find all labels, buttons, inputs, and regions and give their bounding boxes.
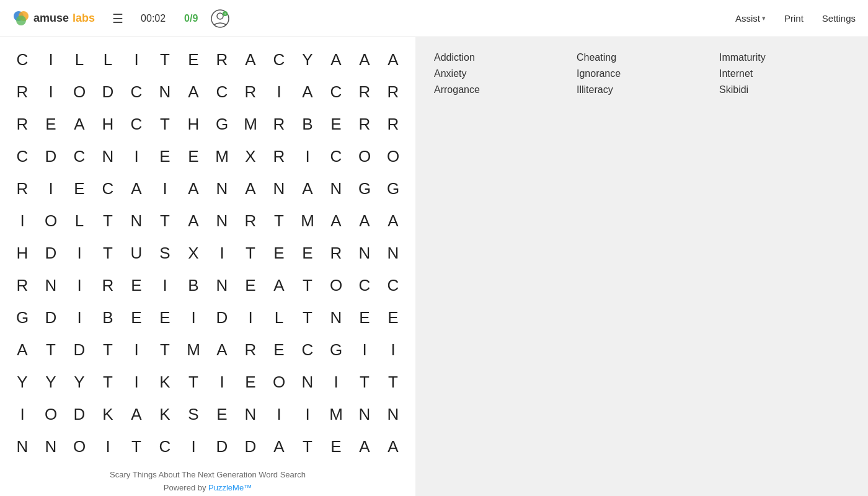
grid-cell-10-7[interactable]: I (208, 366, 236, 398)
grid-cell-11-0[interactable]: I (8, 398, 37, 430)
grid-cell-5-8[interactable]: R (236, 205, 265, 237)
grid-cell-1-3[interactable]: D (94, 76, 122, 108)
grid-cell-0-2[interactable]: L (65, 43, 94, 76)
menu-button[interactable]: ☰ (107, 9, 128, 29)
grid-cell-0-0[interactable]: C (8, 43, 37, 76)
grid-cell-11-9[interactable]: I (265, 398, 293, 430)
grid-cell-4-7[interactable]: N (208, 172, 236, 205)
grid-cell-9-4[interactable]: I (122, 334, 151, 366)
grid-cell-12-13[interactable]: A (379, 430, 407, 463)
grid-cell-4-11[interactable]: N (322, 172, 350, 205)
grid-cell-11-13[interactable]: N (379, 398, 407, 430)
grid-cell-8-8[interactable]: I (236, 301, 265, 334)
grid-cell-0-10[interactable]: Y (293, 43, 322, 76)
assist-button[interactable]: Assist ▾ (735, 13, 766, 24)
grid-cell-0-12[interactable]: A (350, 43, 379, 76)
grid-cell-2-4[interactable]: C (122, 108, 151, 140)
grid-cell-4-1[interactable]: I (37, 172, 65, 205)
grid-cell-8-12[interactable]: E (350, 301, 379, 334)
word-item[interactable]: Cheating (577, 50, 707, 66)
grid-cell-8-9[interactable]: L (265, 301, 293, 334)
grid-cell-3-10[interactable]: I (293, 140, 322, 172)
grid-cell-1-0[interactable]: R (8, 76, 37, 108)
grid-cell-12-1[interactable]: N (37, 430, 65, 463)
grid-cell-8-10[interactable]: T (293, 301, 322, 334)
grid-cell-0-11[interactable]: A (322, 43, 350, 76)
grid-cell-6-10[interactable]: E (293, 237, 322, 269)
grid-cell-9-0[interactable]: A (8, 334, 37, 366)
grid-cell-11-11[interactable]: M (322, 398, 350, 430)
grid-cell-9-8[interactable]: R (236, 334, 265, 366)
grid-cell-8-4[interactable]: E (122, 301, 151, 334)
word-item[interactable]: Illiteracy (577, 82, 707, 98)
grid-cell-11-4[interactable]: A (122, 398, 151, 430)
grid-cell-8-11[interactable]: N (322, 301, 350, 334)
grid-cell-7-12[interactable]: C (350, 269, 379, 301)
grid-cell-12-3[interactable]: I (94, 430, 122, 463)
grid-cell-6-5[interactable]: S (151, 237, 179, 269)
grid-cell-1-10[interactable]: A (293, 76, 322, 108)
grid-cell-2-10[interactable]: B (293, 108, 322, 140)
puzzleme-link[interactable]: PuzzleMe™ (208, 483, 252, 492)
grid-cell-3-11[interactable]: C (322, 140, 350, 172)
grid-cell-7-9[interactable]: A (265, 269, 293, 301)
grid-cell-1-4[interactable]: C (122, 76, 151, 108)
grid-cell-7-2[interactable]: I (65, 269, 94, 301)
grid-cell-2-6[interactable]: H (179, 108, 208, 140)
word-item[interactable]: Internet (719, 66, 849, 82)
grid-cell-12-5[interactable]: C (151, 430, 179, 463)
grid-cell-3-12[interactable]: O (350, 140, 379, 172)
grid-cell-9-9[interactable]: E (265, 334, 293, 366)
grid-cell-11-8[interactable]: N (236, 398, 265, 430)
grid-cell-0-9[interactable]: C (265, 43, 293, 76)
grid-cell-9-7[interactable]: A (208, 334, 236, 366)
grid-cell-8-1[interactable]: D (37, 301, 65, 334)
grid-cell-5-10[interactable]: M (293, 205, 322, 237)
grid-cell-0-1[interactable]: I (37, 43, 65, 76)
grid-cell-1-2[interactable]: O (65, 76, 94, 108)
avatar-button[interactable]: + (210, 9, 230, 29)
grid-cell-7-4[interactable]: E (122, 269, 151, 301)
grid-cell-0-5[interactable]: T (151, 43, 179, 76)
grid-cell-11-3[interactable]: K (94, 398, 122, 430)
grid-cell-0-6[interactable]: E (179, 43, 208, 76)
grid-cell-9-6[interactable]: M (179, 334, 208, 366)
grid-cell-0-8[interactable]: A (236, 43, 265, 76)
grid-cell-1-11[interactable]: C (322, 76, 350, 108)
grid-cell-8-3[interactable]: B (94, 301, 122, 334)
grid-cell-12-11[interactable]: E (322, 430, 350, 463)
grid-cell-3-2[interactable]: C (65, 140, 94, 172)
grid-cell-10-5[interactable]: K (151, 366, 179, 398)
grid-cell-4-9[interactable]: N (265, 172, 293, 205)
grid-cell-6-12[interactable]: N (350, 237, 379, 269)
grid-cell-11-12[interactable]: N (350, 398, 379, 430)
grid-cell-12-9[interactable]: A (265, 430, 293, 463)
grid-cell-12-7[interactable]: D (208, 430, 236, 463)
word-item[interactable]: Ignorance (577, 66, 707, 82)
grid-cell-8-5[interactable]: E (151, 301, 179, 334)
grid-cell-4-6[interactable]: A (179, 172, 208, 205)
grid-cell-5-12[interactable]: A (350, 205, 379, 237)
grid-cell-1-8[interactable]: R (236, 76, 265, 108)
grid-cell-3-9[interactable]: R (265, 140, 293, 172)
grid-cell-8-0[interactable]: G (8, 301, 37, 334)
grid-cell-0-13[interactable]: A (379, 43, 407, 76)
grid-cell-7-5[interactable]: I (151, 269, 179, 301)
grid-cell-9-5[interactable]: T (151, 334, 179, 366)
grid-cell-3-8[interactable]: X (236, 140, 265, 172)
grid-cell-1-13[interactable]: R (379, 76, 407, 108)
grid-cell-2-8[interactable]: M (236, 108, 265, 140)
grid-cell-4-3[interactable]: C (94, 172, 122, 205)
grid-cell-11-10[interactable]: I (293, 398, 322, 430)
grid-cell-0-4[interactable]: I (122, 43, 151, 76)
grid-cell-2-11[interactable]: E (322, 108, 350, 140)
word-item[interactable]: Skibidi (719, 82, 849, 98)
grid-cell-5-0[interactable]: I (8, 205, 37, 237)
grid-cell-1-6[interactable]: A (179, 76, 208, 108)
grid-cell-5-4[interactable]: N (122, 205, 151, 237)
grid-cell-8-13[interactable]: E (379, 301, 407, 334)
grid-cell-3-13[interactable]: O (379, 140, 407, 172)
grid-cell-5-7[interactable]: N (208, 205, 236, 237)
grid-cell-1-5[interactable]: N (151, 76, 179, 108)
grid-cell-7-7[interactable]: N (208, 269, 236, 301)
